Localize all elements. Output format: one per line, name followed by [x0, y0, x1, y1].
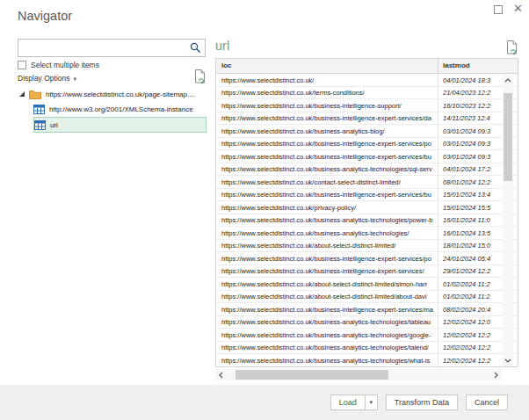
loc-cell: https://www.selectdistinct.co.uk/busines…: [216, 112, 438, 125]
table-row: https://www.selectdistinct.co.uk/busines…: [216, 150, 518, 163]
table-row: https://www.selectdistinct.co.uk/about-s…: [216, 240, 518, 253]
table-icon: [34, 120, 46, 130]
preview-title: url: [215, 39, 229, 53]
horizontal-scrollbar[interactable]: [215, 369, 502, 380]
table-row: https://www.selectdistinct.co.uk/busines…: [216, 163, 518, 177]
tree-item-xmlschema[interactable]: http://www.w3.org/2001/XMLSchema-instanc…: [33, 102, 207, 117]
column-header-loc[interactable]: loc: [216, 59, 438, 73]
loc-cell: https://www.selectdistinct.co.uk/busines…: [216, 150, 438, 163]
loc-cell: https://www.selectdistinct.co.uk/busines…: [216, 227, 438, 239]
display-options-dropdown[interactable]: Display Options▾: [18, 74, 76, 83]
table-row: https://www.selectdistinct.co.uk/busines…: [216, 99, 518, 112]
table-row: https://www.selectdistinct.co.uk/busines…: [216, 316, 518, 329]
loc-cell: https://www.selectdistinct.co.uk/busines…: [216, 316, 438, 329]
folder-icon: [29, 90, 41, 99]
tree-item-label: url: [50, 121, 58, 129]
table-row: https://www.selectdistinct.co.uk/about-s…: [216, 278, 518, 291]
chevron-down-icon: ▾: [74, 76, 77, 82]
preview-table: loc lastmod https://www.selectdistinct.c…: [215, 58, 518, 367]
table-row: https://www.selectdistinct.co.uk/contact…: [216, 176, 518, 189]
navigator-dialog: ✕ Navigator Select multiple items Displa…: [0, 0, 529, 420]
table-row: https://www.selectdistinct.co.uk/busines…: [216, 189, 518, 202]
search-box: [18, 39, 206, 57]
search-icon[interactable]: [190, 42, 201, 54]
loc-cell: https://www.selectdistinct.co.uk/busines…: [216, 342, 438, 354]
table-row: https://www.selectdistinct.co.uk/busines…: [216, 252, 518, 265]
transform-data-button[interactable]: Transform Data: [386, 395, 458, 410]
table-row: https://www.selectdistinct.co.uk/04/01/2…: [216, 74, 518, 87]
table-row: https://www.selectdistinct.co.uk/busines…: [216, 138, 518, 151]
loc-cell: https://www.selectdistinct.co.uk/busines…: [216, 163, 438, 176]
vertical-scroll-thumb[interactable]: [504, 93, 512, 181]
loc-cell: https://www.selectdistinct.co.uk/: [216, 74, 438, 86]
close-icon[interactable]: ✕: [513, 2, 523, 16]
column-header-lastmod[interactable]: lastmod: [438, 59, 518, 73]
tree-item-url[interactable]: url: [33, 117, 207, 133]
table-row: https://www.selectdistinct.co.uk/busines…: [216, 354, 518, 367]
tree-item-label: https://www.selectdistinct.co.uk/page-si…: [46, 91, 195, 98]
table-row: https://www.selectdistinct.co.uk/busines…: [216, 125, 518, 138]
tree-item-sitemap[interactable]: https://www.selectdistinct.co.uk/page-si…: [18, 87, 207, 102]
scroll-down-icon[interactable]: [503, 355, 513, 366]
horizontal-scroll-thumb[interactable]: [236, 370, 388, 380]
select-multiple-checkbox-row[interactable]: Select multiple items: [18, 61, 99, 69]
loc-cell: https://www.selectdistinct.co.uk/about-s…: [216, 278, 438, 290]
loc-cell: https://www.selectdistinct.co.uk/busines…: [216, 303, 438, 315]
page-title: Navigator: [18, 9, 72, 23]
scroll-up-icon[interactable]: [503, 75, 513, 86]
loc-cell: https://www.selectdistinct.co.uk/busines…: [216, 252, 438, 264]
table-row: https://www.selectdistinct.co.uk/busines…: [216, 329, 518, 342]
loc-cell: https://www.selectdistinct.co.uk/contact…: [216, 176, 438, 188]
loc-cell: https://www.selectdistinct.co.uk/busines…: [216, 214, 438, 227]
table-row: https://www.selectdistinct.co.uk/busines…: [216, 112, 518, 126]
loc-cell: https://www.selectdistinct.co.uk/privacy…: [216, 201, 438, 214]
display-options-label: Display Options: [18, 74, 70, 83]
tree-expand-icon[interactable]: [19, 91, 25, 97]
scroll-left-icon[interactable]: [215, 369, 227, 380]
table-row: https://www.selectdistinct.co.uk/busines…: [216, 265, 518, 279]
loc-cell: https://www.selectdistinct.co.uk/busines…: [216, 138, 438, 150]
table-row: https://www.selectdistinct.co.uk/terms-c…: [216, 87, 518, 100]
maximize-button[interactable]: [494, 5, 503, 14]
table-header-row: loc lastmod: [216, 59, 518, 74]
loc-cell: https://www.selectdistinct.co.uk/busines…: [216, 354, 438, 366]
refresh-icon[interactable]: [506, 40, 518, 54]
load-button[interactable]: Load: [330, 395, 366, 410]
loc-cell: https://www.selectdistinct.co.uk/terms-c…: [216, 87, 438, 99]
load-dropdown-button[interactable]: ▾: [365, 395, 378, 410]
refresh-icon[interactable]: [194, 69, 206, 83]
preview-table-body: https://www.selectdistinct.co.uk/04/01/2…: [216, 74, 518, 367]
vertical-scrollbar[interactable]: [503, 75, 513, 366]
checkbox-icon[interactable]: [18, 61, 26, 69]
table-row: https://www.selectdistinct.co.uk/busines…: [216, 214, 518, 228]
dialog-footer: Load ▾ Transform Data Cancel: [0, 385, 529, 420]
cancel-button[interactable]: Cancel: [466, 395, 508, 410]
loc-cell: https://www.selectdistinct.co.uk/busines…: [216, 189, 438, 201]
load-split-button: Load ▾: [330, 395, 378, 410]
table-row: https://www.selectdistinct.co.uk/about-s…: [216, 291, 518, 304]
table-row: https://www.selectdistinct.co.uk/privacy…: [216, 201, 518, 214]
loc-cell: https://www.selectdistinct.co.uk/busines…: [216, 125, 438, 137]
search-input[interactable]: [21, 40, 188, 55]
loc-cell: https://www.selectdistinct.co.uk/about-s…: [216, 291, 438, 303]
loc-cell: https://www.selectdistinct.co.uk/busines…: [216, 99, 438, 112]
tree-item-label: http://www.w3.org/2001/XMLSchema-instanc…: [49, 105, 193, 113]
loc-cell: https://www.selectdistinct.co.uk/busines…: [216, 265, 438, 278]
loc-cell: https://www.selectdistinct.co.uk/about-s…: [216, 240, 438, 252]
table-row: https://www.selectdistinct.co.uk/busines…: [216, 303, 518, 316]
scroll-right-icon[interactable]: [490, 369, 502, 380]
select-multiple-label: Select multiple items: [31, 61, 99, 69]
table-row: https://www.selectdistinct.co.uk/busines…: [216, 227, 518, 240]
navigation-tree: https://www.selectdistinct.co.uk/page-si…: [18, 87, 207, 133]
table-icon: [33, 105, 45, 114]
table-row: https://www.selectdistinct.co.uk/busines…: [216, 342, 518, 355]
loc-cell: https://www.selectdistinct.co.uk/busines…: [216, 329, 438, 341]
